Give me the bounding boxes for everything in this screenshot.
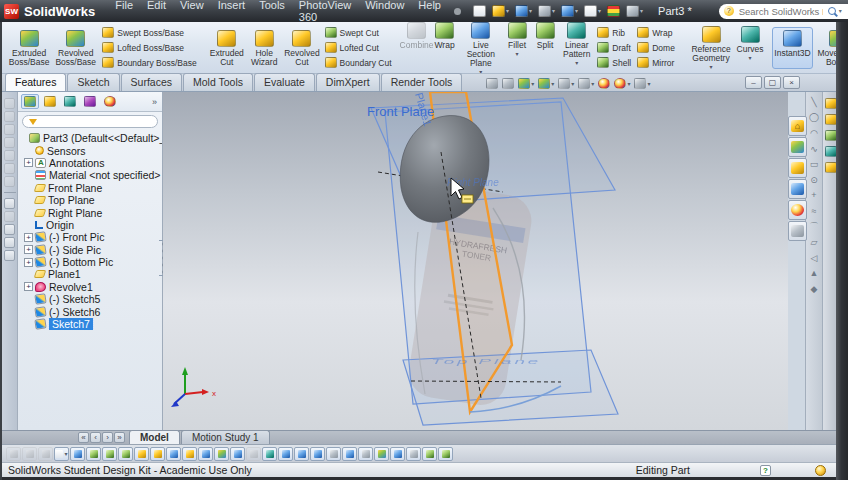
fillet-side-icon[interactable] [825, 130, 837, 141]
expander-icon[interactable]: + [24, 245, 33, 254]
first-tab-icon[interactable]: « [78, 432, 89, 443]
ribbon-button[interactable]: Extruded Cut [208, 27, 246, 69]
expander-icon[interactable] [24, 196, 33, 205]
propertymanager-icon[interactable] [41, 94, 59, 109]
ribbon-button[interactable]: Curves ▾ [736, 23, 764, 72]
ribbon-button[interactable]: Lofted Boss/Base [100, 40, 198, 55]
revolved-boss-side-icon[interactable] [825, 114, 837, 125]
tree-item[interactable]: Part3 (Default<<Default>_Displ [18, 132, 162, 144]
prev-tab-icon[interactable]: ‹ [90, 432, 101, 443]
ribbon-button[interactable]: Wrap [431, 22, 459, 74]
solidworks-resources-icon[interactable]: ⌂ [788, 116, 807, 136]
left-view-icon[interactable] [4, 124, 15, 135]
displaymanager-icon[interactable] [101, 94, 119, 109]
tree-item[interactable]: + (-) Side Pic [18, 244, 162, 256]
expander-icon[interactable] [18, 134, 27, 143]
ribbon-button[interactable]: Fillet ▾ [503, 22, 531, 74]
doc-close-icon[interactable]: × [783, 76, 800, 89]
select-arrow-icon[interactable]: ▾ [54, 447, 69, 461]
command-tab[interactable]: Evaluate [254, 73, 315, 91]
bottom-tab[interactable]: Model [129, 430, 180, 444]
dropdown-arrow-icon[interactable]: ▾ [551, 81, 554, 87]
menu-item[interactable]: File [108, 0, 140, 24]
new-document-icon[interactable] [471, 4, 488, 18]
appearances-scenes-icon[interactable] [788, 200, 807, 220]
command-tab[interactable]: Sketch [67, 73, 119, 91]
section-view-icon[interactable]: ▾ [517, 78, 535, 89]
tree-item[interactable]: (-) Sketch5 [18, 293, 162, 305]
dropdown-arrow-icon[interactable]: ▾ [627, 81, 630, 87]
ribbon-button[interactable]: Combine [403, 22, 431, 74]
search-input[interactable] [737, 5, 825, 18]
arc-tool-icon[interactable]: ◠ [807, 125, 822, 141]
expander-icon[interactable] [24, 295, 33, 304]
filter-routing-points-icon[interactable] [406, 447, 421, 461]
bottom-view-icon[interactable] [4, 163, 15, 174]
filter-edges-icon[interactable] [102, 447, 117, 461]
search-dropdown-icon[interactable]: ▾ [839, 8, 842, 14]
tree-item[interactable]: (-) Sketch6 [18, 305, 162, 317]
filter-surface-finish-icon[interactable] [342, 447, 357, 461]
redo-small-icon[interactable] [22, 447, 37, 461]
filter-datum-targets-icon[interactable] [422, 447, 437, 461]
right-view-icon[interactable] [4, 137, 15, 148]
expander-icon[interactable]: + [24, 258, 33, 267]
command-tab[interactable]: Features [5, 73, 66, 91]
dropdown-arrow-icon[interactable]: ▾ [64, 451, 67, 457]
expander-icon[interactable] [24, 208, 33, 217]
configurationmanager-icon[interactable] [61, 94, 79, 109]
front-view-icon[interactable] [4, 98, 15, 109]
dropdown-arrow-icon[interactable]: ▾ [571, 81, 574, 87]
options-icon[interactable]: ▾ [624, 4, 645, 18]
search-box[interactable]: ? ▾ [719, 4, 848, 19]
filter-planes-icon[interactable] [182, 447, 197, 461]
display-style-icon[interactable]: ▾ [557, 78, 575, 89]
menu-item[interactable]: Edit [140, 0, 173, 24]
open-icon[interactable]: ▾ [490, 4, 511, 18]
undo-small-icon[interactable] [6, 447, 21, 461]
zoom-area-icon[interactable] [501, 78, 515, 89]
apply-scene-icon[interactable]: ▾ [613, 78, 631, 89]
ribbon-button[interactable]: Rib [595, 25, 633, 40]
filter-geotol-icon[interactable] [310, 447, 325, 461]
spline-tool-icon[interactable]: ∿ [807, 141, 822, 157]
featuremanager-tree-icon[interactable] [21, 94, 39, 109]
expander-icon[interactable]: + [24, 233, 33, 242]
design-library-icon[interactable] [788, 137, 807, 157]
ribbon-button[interactable]: Move/Copy Bodies [813, 27, 836, 69]
lasso-select-icon[interactable] [70, 447, 85, 461]
filter-sketch-points-icon[interactable] [214, 447, 229, 461]
ribbon-button[interactable]: Wrap [635, 25, 677, 40]
tree-item[interactable]: Front Plane [18, 182, 162, 194]
tree-item[interactable]: Plane1 [18, 268, 162, 280]
ribbon-button[interactable]: Split [531, 22, 559, 74]
edit-appearance-icon[interactable] [597, 78, 611, 89]
filter-dowel-pins-icon[interactable] [374, 447, 389, 461]
next-tab-icon[interactable]: › [102, 432, 113, 443]
dropdown-arrow-icon[interactable]: ▾ [598, 8, 601, 14]
filter-dimensions-icon[interactable] [230, 447, 245, 461]
ribbon-button[interactable]: Reference Geometry ▾ [686, 23, 736, 72]
tree-item[interactable]: Top Plane [18, 194, 162, 206]
menu-item[interactable]: Tools [252, 0, 292, 24]
tree-item[interactable]: Sensors [18, 144, 162, 156]
ribbon-button[interactable]: Revolved Cut [282, 27, 321, 69]
expander-icon[interactable] [24, 183, 33, 192]
filter-axes-icon[interactable] [166, 447, 181, 461]
custom-properties-icon[interactable] [788, 221, 807, 241]
dimxpertmanager-icon[interactable] [81, 94, 99, 109]
dropdown-arrow-icon[interactable]: ▾ [575, 60, 578, 66]
ribbon-button[interactable]: Extruded Boss/Base [6, 27, 52, 69]
ribbon-button[interactable]: Revolved Boss/Base [52, 27, 99, 69]
polygon-tool-icon[interactable]: ▱ [807, 234, 822, 250]
ribbon-button[interactable]: Live Section Plane ▾ [459, 22, 504, 74]
filter-solid-bodies-icon[interactable] [134, 447, 149, 461]
filter-blocks-icon[interactable] [438, 447, 453, 461]
print-icon[interactable]: ▾ [536, 4, 557, 18]
filter-connection-points-icon[interactable] [390, 447, 405, 461]
circle-tool-icon[interactable]: ◯ [807, 110, 822, 126]
command-tab[interactable]: Surfaces [121, 73, 182, 91]
rectangle-tool-icon[interactable]: ▭ [807, 156, 822, 172]
tree-filter-box[interactable] [22, 115, 158, 128]
ribbon-button[interactable]: Boundary Cut [323, 55, 394, 70]
